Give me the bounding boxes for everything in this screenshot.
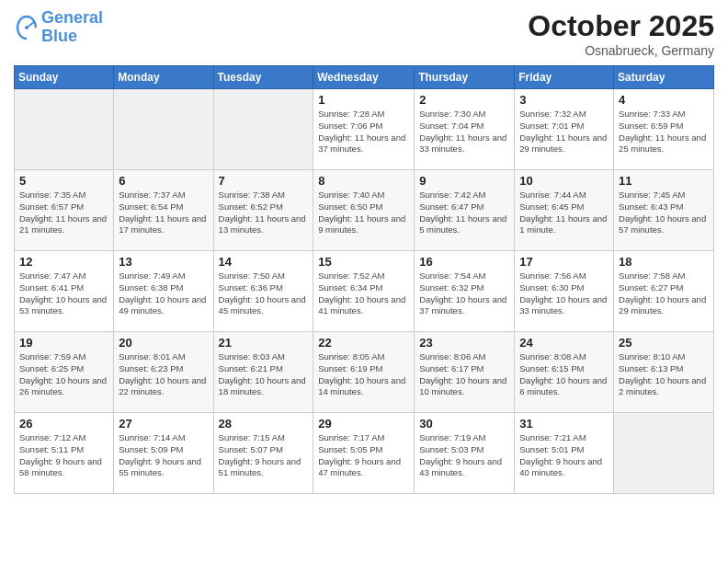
calendar-week-row: 19Sunrise: 7:59 AMSunset: 6:25 PMDayligh… — [15, 332, 714, 413]
day-info: Sunrise: 7:12 AMSunset: 5:11 PMDaylight:… — [19, 432, 108, 479]
calendar-cell: 8Sunrise: 7:40 AMSunset: 6:50 PMDaylight… — [313, 170, 415, 251]
day-number: 27 — [119, 417, 208, 431]
calendar-cell: 31Sunrise: 7:21 AMSunset: 5:01 PMDayligh… — [515, 413, 614, 494]
calendar-cell: 11Sunrise: 7:45 AMSunset: 6:43 PMDayligh… — [614, 170, 714, 251]
day-number: 4 — [619, 93, 709, 107]
day-number: 9 — [419, 174, 509, 188]
calendar-cell: 20Sunrise: 8:01 AMSunset: 6:23 PMDayligh… — [114, 332, 213, 413]
day-info: Sunrise: 7:32 AMSunset: 7:01 PMDaylight:… — [519, 109, 609, 155]
logo-text: General Blue — [41, 9, 103, 46]
day-info: Sunrise: 7:15 AMSunset: 5:07 PMDaylight:… — [219, 432, 309, 479]
day-info: Sunrise: 8:08 AMSunset: 6:15 PMDaylight:… — [519, 351, 609, 398]
header-monday: Monday — [114, 66, 213, 89]
day-number: 3 — [519, 93, 609, 107]
day-number: 29 — [318, 417, 409, 431]
day-info: Sunrise: 8:06 AMSunset: 6:17 PMDaylight:… — [419, 351, 509, 398]
header-wednesday: Wednesday — [313, 66, 415, 89]
day-info: Sunrise: 7:38 AMSunset: 6:52 PMDaylight:… — [219, 190, 309, 236]
day-number: 6 — [119, 174, 208, 188]
calendar-cell: 19Sunrise: 7:59 AMSunset: 6:25 PMDayligh… — [15, 332, 114, 413]
calendar-cell — [614, 413, 714, 494]
day-info: Sunrise: 7:19 AMSunset: 5:03 PMDaylight:… — [419, 432, 509, 479]
day-number: 5 — [19, 174, 108, 188]
day-info: Sunrise: 7:54 AMSunset: 6:32 PMDaylight:… — [419, 270, 509, 317]
day-number: 14 — [219, 255, 309, 269]
calendar-cell: 17Sunrise: 7:56 AMSunset: 6:30 PMDayligh… — [515, 251, 614, 332]
day-number: 24 — [519, 336, 609, 350]
day-info: Sunrise: 7:58 AMSunset: 6:27 PMDaylight:… — [619, 270, 709, 317]
calendar-cell: 4Sunrise: 7:33 AMSunset: 6:59 PMDaylight… — [614, 89, 714, 170]
day-number: 17 — [519, 255, 609, 269]
day-number: 30 — [419, 417, 509, 431]
calendar-cell — [15, 89, 114, 170]
calendar-cell: 1Sunrise: 7:28 AMSunset: 7:06 PMDaylight… — [313, 89, 415, 170]
calendar-cell — [213, 89, 313, 170]
day-number: 21 — [219, 336, 309, 350]
day-number: 31 — [519, 417, 609, 431]
day-number: 23 — [419, 336, 509, 350]
day-info: Sunrise: 7:49 AMSunset: 6:38 PMDaylight:… — [119, 270, 208, 317]
calendar-cell: 21Sunrise: 8:03 AMSunset: 6:21 PMDayligh… — [213, 332, 313, 413]
day-info: Sunrise: 7:37 AMSunset: 6:54 PMDaylight:… — [119, 190, 208, 236]
svg-point-0 — [25, 26, 28, 29]
title-section: October 2025 Osnabrueck, Germany — [528, 9, 714, 58]
calendar-cell: 22Sunrise: 8:05 AMSunset: 6:19 PMDayligh… — [313, 332, 415, 413]
day-info: Sunrise: 7:50 AMSunset: 6:36 PMDaylight:… — [219, 270, 309, 317]
calendar-cell: 25Sunrise: 8:10 AMSunset: 6:13 PMDayligh… — [614, 332, 714, 413]
calendar-cell: 18Sunrise: 7:58 AMSunset: 6:27 PMDayligh… — [614, 251, 714, 332]
month-title: October 2025 — [528, 9, 714, 43]
day-number: 12 — [19, 255, 108, 269]
day-number: 2 — [419, 93, 509, 107]
calendar-cell: 24Sunrise: 8:08 AMSunset: 6:15 PMDayligh… — [515, 332, 614, 413]
day-number: 1 — [318, 93, 409, 107]
day-number: 7 — [219, 174, 309, 188]
day-info: Sunrise: 7:44 AMSunset: 6:45 PMDaylight:… — [519, 190, 609, 236]
calendar-cell: 16Sunrise: 7:54 AMSunset: 6:32 PMDayligh… — [415, 251, 515, 332]
day-number: 16 — [419, 255, 509, 269]
day-number: 8 — [318, 174, 409, 188]
day-info: Sunrise: 7:14 AMSunset: 5:09 PMDaylight:… — [119, 432, 208, 479]
header: General Blue October 2025 Osnabrueck, Ge… — [14, 9, 714, 58]
day-number: 15 — [318, 255, 409, 269]
day-info: Sunrise: 7:42 AMSunset: 6:47 PMDaylight:… — [419, 190, 509, 236]
calendar-week-row: 5Sunrise: 7:35 AMSunset: 6:57 PMDaylight… — [15, 170, 714, 251]
calendar-cell: 23Sunrise: 8:06 AMSunset: 6:17 PMDayligh… — [415, 332, 515, 413]
calendar-week-row: 26Sunrise: 7:12 AMSunset: 5:11 PMDayligh… — [15, 413, 714, 494]
day-info: Sunrise: 8:03 AMSunset: 6:21 PMDaylight:… — [219, 351, 309, 398]
header-saturday: Saturday — [614, 66, 714, 89]
day-number: 28 — [219, 417, 309, 431]
calendar-cell: 12Sunrise: 7:47 AMSunset: 6:41 PMDayligh… — [15, 251, 114, 332]
header-sunday: Sunday — [15, 66, 114, 89]
calendar-week-row: 1Sunrise: 7:28 AMSunset: 7:06 PMDaylight… — [15, 89, 714, 170]
calendar-cell: 15Sunrise: 7:52 AMSunset: 6:34 PMDayligh… — [313, 251, 415, 332]
day-info: Sunrise: 7:45 AMSunset: 6:43 PMDaylight:… — [619, 190, 709, 236]
calendar-cell: 2Sunrise: 7:30 AMSunset: 7:04 PMDaylight… — [415, 89, 515, 170]
header-friday: Friday — [515, 66, 614, 89]
page: General Blue October 2025 Osnabrueck, Ge… — [0, 0, 728, 563]
logo-icon — [14, 15, 40, 40]
day-number: 26 — [19, 417, 108, 431]
calendar-cell: 10Sunrise: 7:44 AMSunset: 6:45 PMDayligh… — [515, 170, 614, 251]
header-tuesday: Tuesday — [213, 66, 313, 89]
calendar-cell — [114, 89, 213, 170]
day-info: Sunrise: 7:28 AMSunset: 7:06 PMDaylight:… — [318, 109, 409, 155]
calendar-cell: 5Sunrise: 7:35 AMSunset: 6:57 PMDaylight… — [15, 170, 114, 251]
location: Osnabrueck, Germany — [528, 43, 714, 58]
calendar-cell: 29Sunrise: 7:17 AMSunset: 5:05 PMDayligh… — [313, 413, 415, 494]
calendar-cell: 9Sunrise: 7:42 AMSunset: 6:47 PMDaylight… — [415, 170, 515, 251]
day-number: 18 — [619, 255, 709, 269]
day-info: Sunrise: 8:10 AMSunset: 6:13 PMDaylight:… — [619, 351, 709, 398]
logo: General Blue — [14, 9, 103, 46]
day-number: 20 — [119, 336, 208, 350]
calendar-cell: 27Sunrise: 7:14 AMSunset: 5:09 PMDayligh… — [114, 413, 213, 494]
calendar-cell: 30Sunrise: 7:19 AMSunset: 5:03 PMDayligh… — [415, 413, 515, 494]
day-info: Sunrise: 7:30 AMSunset: 7:04 PMDaylight:… — [419, 109, 509, 155]
calendar-cell: 6Sunrise: 7:37 AMSunset: 6:54 PMDaylight… — [114, 170, 213, 251]
calendar-week-row: 12Sunrise: 7:47 AMSunset: 6:41 PMDayligh… — [15, 251, 714, 332]
calendar-cell: 13Sunrise: 7:49 AMSunset: 6:38 PMDayligh… — [114, 251, 213, 332]
calendar-cell: 26Sunrise: 7:12 AMSunset: 5:11 PMDayligh… — [15, 413, 114, 494]
day-info: Sunrise: 7:33 AMSunset: 6:59 PMDaylight:… — [619, 109, 709, 155]
day-info: Sunrise: 7:17 AMSunset: 5:05 PMDaylight:… — [318, 432, 409, 479]
calendar-cell: 28Sunrise: 7:15 AMSunset: 5:07 PMDayligh… — [213, 413, 313, 494]
day-number: 22 — [318, 336, 409, 350]
